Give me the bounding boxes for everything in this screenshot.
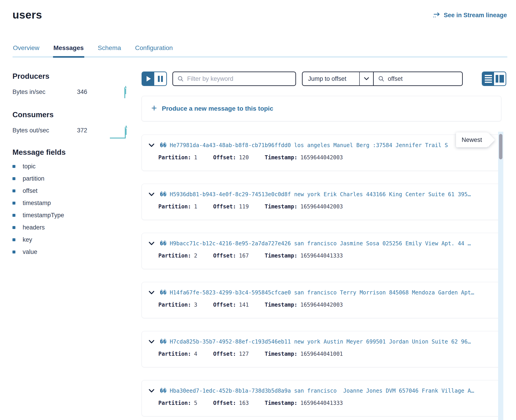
field-label: topic bbox=[23, 163, 36, 170]
play-pause-toggle bbox=[142, 72, 167, 86]
offset-label: Offset: bbox=[213, 203, 236, 210]
offset-label: Offset: bbox=[213, 400, 236, 406]
chevron-down-icon[interactable] bbox=[149, 389, 154, 393]
message-row[interactable]: �� H7cda825b-35b7-4952-88ef-c193d546eb11… bbox=[142, 331, 501, 367]
bytes-in-value: 346 bbox=[77, 89, 87, 96]
chevron-down-icon[interactable] bbox=[360, 72, 374, 85]
plus-icon: + bbox=[151, 103, 157, 113]
messages-scrollbar-thumb[interactable] bbox=[499, 134, 502, 159]
timestamp-value: 1659644041001 bbox=[300, 351, 343, 357]
field-label: timestampType bbox=[23, 212, 64, 219]
producers-heading: Producers bbox=[12, 72, 130, 81]
timestamp-label: Timestamp: bbox=[265, 154, 297, 161]
topic-tabs: Overview Messages Schema Configuration bbox=[12, 44, 507, 58]
stream-lineage-link[interactable]: See in Stream lineage bbox=[433, 12, 507, 19]
tab-schema[interactable]: Schema bbox=[97, 44, 122, 58]
partition-label: Partition: bbox=[158, 253, 191, 259]
tab-configuration[interactable]: Configuration bbox=[135, 44, 173, 58]
tab-strip bbox=[12, 56, 507, 58]
pause-icon bbox=[158, 76, 163, 82]
chevron-down-icon[interactable] bbox=[149, 291, 154, 295]
message-summary: �� He77981da-4a43-48ab-b8f8-cb71b96ffdd0… bbox=[160, 142, 492, 149]
partition-value: 2 bbox=[194, 253, 197, 259]
message-fields-list: topic partition offset timestamp timesta… bbox=[12, 160, 130, 258]
field-label: headers bbox=[23, 224, 45, 231]
chevron-down-icon[interactable] bbox=[149, 340, 154, 344]
tab-messages[interactable]: Messages bbox=[53, 44, 84, 58]
offset-label: Offset: bbox=[213, 253, 236, 259]
message-row[interactable]: �� Hba30eed7-1edc-452b-8b1a-738d3b5d8a9a… bbox=[142, 380, 501, 416]
play-icon bbox=[146, 76, 151, 82]
newest-tooltip-label: Newest bbox=[462, 136, 482, 143]
stream-lineage-label: See in Stream lineage bbox=[444, 12, 507, 19]
offset-value: 119 bbox=[239, 203, 249, 210]
offset-label: Offset: bbox=[213, 154, 236, 161]
timestamp-value: 1659644042003 bbox=[300, 302, 343, 308]
offset-value: 141 bbox=[239, 302, 249, 308]
message-row[interactable]: �� H5936db81-b943-4e0f-8c29-74513e0c0d8f… bbox=[142, 184, 501, 220]
partition-value: 1 bbox=[194, 203, 197, 210]
message-meta: Partition:4 Offset:127 Timestamp:1659644… bbox=[158, 351, 492, 357]
messages-scrollbar-track[interactable] bbox=[498, 132, 503, 420]
pause-button[interactable] bbox=[154, 72, 166, 85]
field-bullet-icon bbox=[12, 226, 15, 229]
filter-input-wrapper bbox=[172, 72, 296, 86]
produce-message-label: Produce a new message to this topic bbox=[162, 105, 273, 112]
message-summary: �� H5936db81-b943-4e0f-8c29-74513e0c0d8f… bbox=[160, 191, 492, 198]
bytes-in-metric: Bytes in/sec 346 bbox=[12, 86, 130, 97]
list-view-icon bbox=[485, 75, 492, 83]
offset-label: Offset: bbox=[213, 351, 236, 357]
field-bullet-icon bbox=[12, 189, 15, 192]
offset-value: 163 bbox=[239, 400, 249, 406]
newest-tooltip: Newest bbox=[456, 132, 488, 147]
offset-value: 167 bbox=[239, 253, 249, 259]
jump-to-offset-select[interactable]: Jump to offset bbox=[303, 72, 360, 85]
field-item-value[interactable]: value bbox=[12, 246, 130, 258]
search-icon bbox=[378, 75, 385, 82]
message-row[interactable]: �� H9bacc71c-b12c-4216-8e95-2a7da727e426… bbox=[142, 233, 501, 269]
message-summary: �� Hba30eed7-1edc-452b-8b1a-738d3b5d8a9a… bbox=[160, 388, 492, 394]
timestamp-value: 1659644042003 bbox=[300, 154, 343, 161]
timestamp-label: Timestamp: bbox=[265, 253, 297, 259]
chevron-down-icon[interactable] bbox=[149, 143, 154, 147]
offset-search-input[interactable] bbox=[388, 75, 463, 82]
split-view-icon bbox=[496, 75, 504, 82]
play-button[interactable] bbox=[142, 72, 154, 85]
field-item-timestamp[interactable]: timestamp bbox=[12, 197, 130, 209]
message-meta: Partition:2 Offset:167 Timestamp:1659644… bbox=[158, 253, 492, 259]
tab-overview[interactable]: Overview bbox=[12, 44, 40, 58]
partition-label: Partition: bbox=[158, 351, 191, 357]
field-item-headers[interactable]: headers bbox=[12, 221, 130, 233]
field-item-key[interactable]: key bbox=[12, 233, 130, 246]
partition-label: Partition: bbox=[158, 302, 191, 308]
chevron-down-icon[interactable] bbox=[149, 241, 154, 246]
messages-toolbar: Jump to offset bbox=[142, 72, 506, 86]
produce-message-button[interactable]: + Produce a new message to this topic bbox=[142, 96, 501, 121]
filter-keyword-input[interactable] bbox=[187, 75, 291, 82]
jump-to-offset-group: Jump to offset bbox=[302, 72, 463, 86]
offset-value: 127 bbox=[239, 351, 249, 357]
field-item-offset[interactable]: offset bbox=[12, 185, 130, 197]
view-mode-toggle bbox=[482, 72, 506, 86]
chevron-down-icon[interactable] bbox=[149, 192, 154, 196]
timestamp-label: Timestamp: bbox=[265, 203, 297, 210]
partition-value: 5 bbox=[194, 400, 197, 406]
message-meta: Partition:5 Offset:163 Timestamp:1659644… bbox=[158, 400, 492, 406]
message-meta: Partition:1 Offset:120 Timestamp:1659644… bbox=[158, 154, 492, 161]
bytes-out-metric: Bytes out/sec 372 bbox=[12, 125, 130, 136]
partition-label: Partition: bbox=[158, 400, 191, 406]
metrics-sidebar: Producers Bytes in/sec 346 Consumers Byt… bbox=[12, 72, 130, 258]
message-row[interactable]: �� H14fa67fe-5823-4299-b3c4-595845cfcae0… bbox=[142, 282, 501, 318]
page-title: users bbox=[12, 9, 42, 21]
timestamp-label: Timestamp: bbox=[265, 351, 297, 357]
list-view-button[interactable] bbox=[483, 72, 494, 85]
field-label: partition bbox=[23, 175, 44, 182]
bytes-in-label: Bytes in/sec bbox=[12, 89, 77, 96]
field-item-partition[interactable]: partition bbox=[12, 172, 130, 185]
field-item-topic[interactable]: topic bbox=[12, 160, 130, 172]
field-item-timestampType[interactable]: timestampType bbox=[12, 209, 130, 221]
field-label: offset bbox=[23, 187, 38, 194]
message-row[interactable]: �� He77981da-4a43-48ab-b8f8-cb71b96ffdd0… bbox=[142, 135, 501, 171]
offset-value: 120 bbox=[239, 154, 249, 161]
split-view-button[interactable] bbox=[494, 72, 506, 85]
